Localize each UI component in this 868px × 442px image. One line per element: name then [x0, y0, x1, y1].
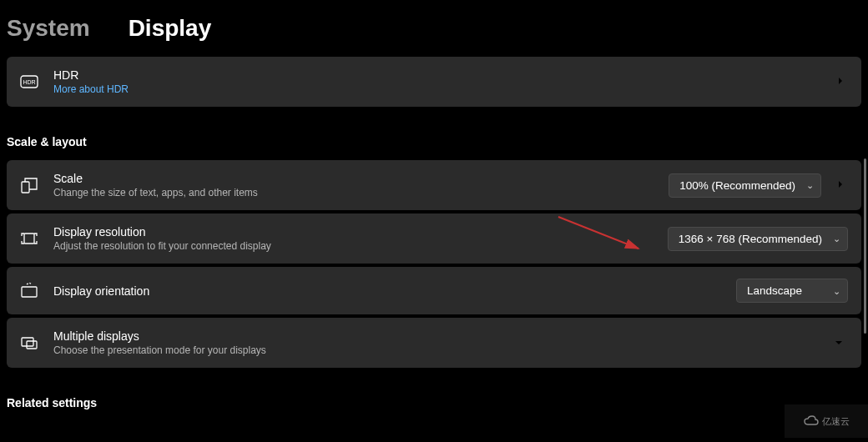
chevron-down-icon: ⌄ — [833, 285, 840, 296]
scale-dropdown[interactable]: 100% (Recommended) ⌄ — [669, 173, 821, 198]
scale-row[interactable]: Scale Change the size of text, apps, and… — [7, 160, 861, 210]
hdr-more-link[interactable]: More about HDR — [53, 83, 818, 95]
breadcrumb-parent[interactable]: System — [7, 15, 90, 42]
watermark-text: 亿速云 — [822, 415, 850, 428]
orientation-icon — [20, 282, 38, 300]
scale-value: 100% (Recommended) — [679, 179, 795, 192]
scale-subtitle: Change the size of text, apps, and other… — [53, 187, 654, 198]
svg-rect-2 — [22, 182, 29, 193]
section-header-related: Related settings — [7, 371, 861, 421]
resolution-value: 1366 × 768 (Recommended) — [679, 233, 822, 245]
watermark: 亿速云 — [785, 404, 868, 438]
svg-rect-4 — [22, 287, 37, 297]
section-header-scale-layout: Scale & layout — [7, 110, 861, 160]
hdr-icon: HDR — [20, 73, 38, 91]
resolution-row[interactable]: Display resolution Adjust the resolution… — [7, 213, 861, 264]
chevron-down-icon — [830, 336, 848, 349]
chevron-right-icon — [105, 21, 114, 36]
orientation-title: Display orientation — [53, 284, 721, 298]
breadcrumb-current: Display — [129, 15, 212, 42]
orientation-value: Landscape — [747, 284, 802, 297]
resolution-dropdown[interactable]: 1366 × 768 (Recommended) ⌄ — [668, 227, 848, 251]
orientation-row[interactable]: Display orientation Landscape ⌄ — [7, 267, 861, 314]
multiple-displays-subtitle: Choose the presentation mode for your di… — [53, 344, 815, 356]
svg-rect-3 — [24, 234, 34, 244]
svg-text:HDR: HDR — [23, 79, 35, 85]
multiple-displays-title: Multiple displays — [53, 329, 815, 343]
svg-rect-5 — [22, 338, 33, 346]
resolution-icon — [20, 229, 38, 248]
scale-icon — [20, 176, 38, 194]
chevron-right-icon — [833, 178, 848, 193]
multiple-displays-icon — [20, 334, 38, 352]
resolution-subtitle: Adjust the resolution to fit your connec… — [53, 240, 653, 252]
breadcrumb: System Display — [7, 0, 861, 57]
hdr-row[interactable]: HDR HDR More about HDR — [7, 57, 861, 107]
resolution-title: Display resolution — [53, 225, 653, 239]
hdr-title: HDR — [53, 68, 818, 82]
orientation-dropdown[interactable]: Landscape ⌄ — [736, 279, 848, 303]
scale-title: Scale — [53, 172, 654, 185]
svg-rect-6 — [27, 341, 37, 349]
chevron-right-icon — [833, 75, 848, 89]
multiple-displays-row[interactable]: Multiple displays Choose the presentatio… — [7, 318, 861, 368]
chevron-down-icon: ⌄ — [833, 234, 840, 244]
chevron-down-icon: ⌄ — [806, 180, 814, 191]
scrollbar[interactable] — [864, 158, 866, 334]
